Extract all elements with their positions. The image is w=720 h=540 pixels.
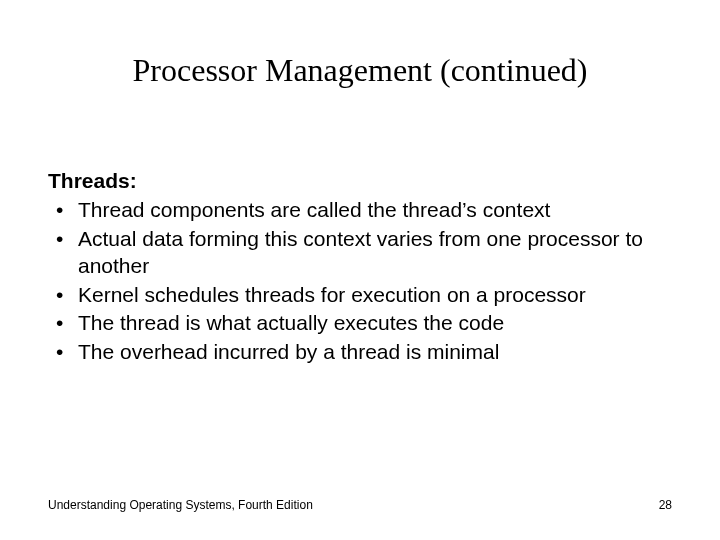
list-item: Actual data forming this context varies … xyxy=(48,226,668,280)
slide-body: Threads: Thread components are called th… xyxy=(48,168,668,368)
body-heading: Threads: xyxy=(48,168,668,195)
list-item: Thread components are called the thread’… xyxy=(48,197,668,224)
list-item: The thread is what actually executes the… xyxy=(48,310,668,337)
slide: Processor Management (continued) Threads… xyxy=(0,0,720,540)
bullet-text: The thread is what actually executes the… xyxy=(78,311,504,334)
bullet-list: Thread components are called the thread’… xyxy=(48,197,668,366)
bullet-text: Kernel schedules threads for execution o… xyxy=(78,283,586,306)
bullet-text: The overhead incurred by a thread is min… xyxy=(78,340,499,363)
list-item: The overhead incurred by a thread is min… xyxy=(48,339,668,366)
list-item: Kernel schedules threads for execution o… xyxy=(48,282,668,309)
bullet-text: Actual data forming this context varies … xyxy=(78,227,643,277)
page-number: 28 xyxy=(659,498,672,512)
footer-source: Understanding Operating Systems, Fourth … xyxy=(48,498,313,512)
bullet-text: Thread components are called the thread’… xyxy=(78,198,550,221)
slide-title: Processor Management (continued) xyxy=(0,52,720,89)
